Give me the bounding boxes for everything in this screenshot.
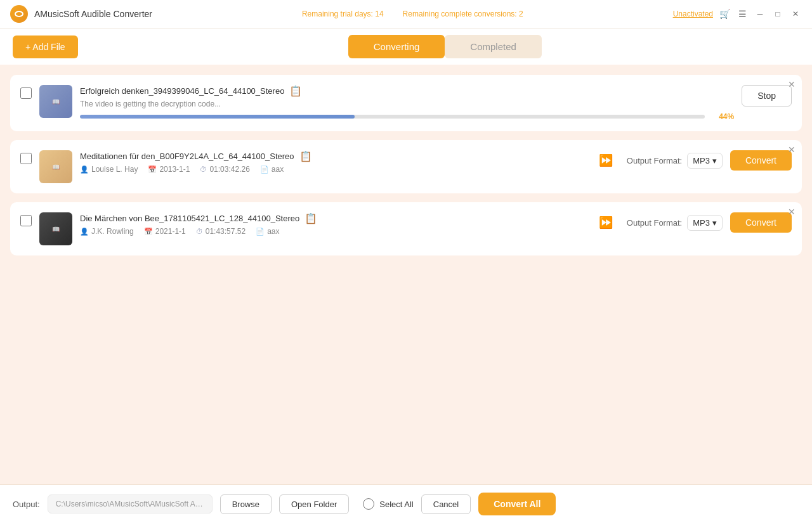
file-doc-icon-2: 📋 <box>299 150 312 162</box>
item-right-2: ⏩ Output Format: MP3 ▾ Convert <box>593 150 792 171</box>
date-icon-2: 📅 <box>148 165 157 174</box>
bottombar: Output: C:\Users\micso\AMusicSoft\AMusic… <box>0 484 812 523</box>
format-select-3[interactable]: MP3 ▾ <box>687 215 723 231</box>
file-doc-icon-1: 📋 <box>289 85 302 97</box>
author-icon-3: 👤 <box>80 228 89 236</box>
file-close-1[interactable]: ✕ <box>788 80 796 89</box>
stop-button-1[interactable]: Stop <box>742 85 792 107</box>
output-format-label-2: Output Format: <box>627 156 682 165</box>
file-format-in-2: 📄 aax <box>260 165 284 174</box>
file-item-1: ✕ 📖 Erfolgreich denken_3949399046_LC_64_… <box>10 75 802 131</box>
browse-button[interactable]: Browse <box>220 494 272 514</box>
cart-icon[interactable]: 🛒 <box>718 8 731 20</box>
file-title-3: Die Märchen von Bee_1781105421_LC_128_44… <box>80 214 299 223</box>
file-title-1: Erfolgreich denken_3949399046_LC_64_4410… <box>80 86 284 96</box>
file-title-row-1: Erfolgreich denken_3949399046_LC_64_4410… <box>80 85 734 97</box>
file-thumb-3: 📖 <box>39 212 72 245</box>
item-right-3: ⏩ Output Format: MP3 ▾ Convert <box>593 212 792 233</box>
thumb-label-1: 📖 <box>51 97 61 107</box>
select-all-radio[interactable] <box>363 498 374 510</box>
file-author-2: 👤 Louise L. Hay <box>80 165 138 174</box>
file-date-3: 📅 2021-1-1 <box>144 227 186 236</box>
convert-button-3[interactable]: Convert <box>730 212 792 233</box>
trial-days: Remaining trial days: 14 <box>302 10 384 18</box>
chevron-down-icon-2: ▾ <box>712 156 717 165</box>
minimize-button[interactable]: ─ <box>754 8 766 20</box>
file-meta-row-3: 👤 J.K. Rowling 📅 2021-1-1 ⏱ 01:43:57.52 … <box>80 227 585 236</box>
file-author-3: 👤 J.K. Rowling <box>80 227 134 236</box>
tab-completed[interactable]: Completed <box>445 35 542 58</box>
file-status-1: The video is getting the decryption code… <box>80 100 734 108</box>
author-icon-2: 👤 <box>80 165 89 174</box>
unactivated-link[interactable]: Unactivated <box>673 10 713 18</box>
add-file-button[interactable]: + Add File <box>13 36 78 58</box>
convert-all-button[interactable]: Convert All <box>478 493 556 515</box>
file-info-2: Meditationen für den_B00F9Y2L4A_LC_64_44… <box>80 150 585 174</box>
file-checkbox-2[interactable] <box>20 153 32 164</box>
file-item-2: ✕ 📖 Meditationen für den_B00F9Y2L4A_LC_6… <box>10 140 802 193</box>
trial-conversions: Remaining complete conversions: 2 <box>403 10 523 18</box>
arrow-icon-3: ⏩ <box>599 216 613 229</box>
close-button[interactable]: ✕ <box>789 8 802 20</box>
file-duration-3: ⏱ 01:43:57.52 <box>196 227 246 236</box>
file-info-1: Erfolgreich denken_3949399046_LC_64_4410… <box>80 85 734 121</box>
chevron-down-icon-3: ▾ <box>712 218 717 228</box>
output-label: Output: <box>13 500 40 509</box>
titlebar: AMusicSoft Audible Converter Remaining t… <box>0 0 812 29</box>
file-title-2: Meditationen für den_B00F9Y2L4A_LC_64_44… <box>80 152 294 161</box>
menu-icon[interactable]: ☰ <box>736 8 749 20</box>
file-row-top-2: 📖 Meditationen für den_B00F9Y2L4A_LC_64_… <box>20 150 792 183</box>
format-select-2[interactable]: MP3 ▾ <box>687 153 723 169</box>
thumb-label-2: 📖 <box>51 162 61 172</box>
output-format-section-2: Output Format: MP3 ▾ <box>627 153 723 169</box>
date-icon-3: 📅 <box>144 228 153 236</box>
file-checkbox-3[interactable] <box>20 215 32 226</box>
titlebar-actions: Unactivated 🛒 ☰ ─ □ ✕ <box>673 8 802 20</box>
progress-bar-bg-1 <box>80 115 705 119</box>
tabs-container: Converting Completed <box>91 35 799 58</box>
convert-button-2[interactable]: Convert <box>730 150 792 171</box>
file-close-2[interactable]: ✕ <box>788 145 796 154</box>
cancel-button[interactable]: Cancel <box>421 494 471 514</box>
toolbar: + Add File Converting Completed <box>0 29 812 65</box>
file-meta-row-2: 👤 Louise L. Hay 📅 2013-1-1 ⏱ 01:03:42.26… <box>80 165 585 174</box>
file-thumb-2: 📖 <box>39 150 72 183</box>
output-path: C:\Users\micso\AMusicSoft\AMusicSoft Au.… <box>48 494 213 513</box>
file-info-3: Die Märchen von Bee_1781105421_LC_128_44… <box>80 212 585 236</box>
file-title-row-2: Meditationen für den_B00F9Y2L4A_LC_64_44… <box>80 150 585 162</box>
file-item-3: ✕ 📖 Die Märchen von Bee_1781105421_LC_12… <box>10 202 802 255</box>
file-progress-row-1: 44% <box>80 112 734 121</box>
duration-icon-2: ⏱ <box>200 165 207 173</box>
format-icon-2: 📄 <box>260 165 269 174</box>
progress-pct-1: 44% <box>711 112 734 121</box>
duration-icon-3: ⏱ <box>196 228 203 235</box>
select-all-area: Select All <box>363 498 413 510</box>
file-format-in-3: 📄 aax <box>256 227 279 236</box>
file-date-2: 📅 2013-1-1 <box>148 165 190 174</box>
file-title-row-3: Die Märchen von Bee_1781105421_LC_128_44… <box>80 212 585 224</box>
thumb-label-3: 📖 <box>51 224 61 234</box>
arrow-icon-2: ⏩ <box>599 153 613 167</box>
file-close-3[interactable]: ✕ <box>788 207 796 216</box>
app-title: AMusicSoft Audible Converter <box>34 9 152 19</box>
open-folder-button[interactable]: Open Folder <box>279 494 349 514</box>
trial-info-area: Remaining trial days: 14 Remaining compl… <box>159 10 667 18</box>
output-format-section-3: Output Format: MP3 ▾ <box>627 215 723 231</box>
app-logo <box>10 5 28 23</box>
progress-bar-fill-1 <box>80 115 355 119</box>
logo-inner <box>15 11 23 17</box>
file-row-top-1: 📖 Erfolgreich denken_3949399046_LC_64_44… <box>20 85 792 121</box>
output-format-label-3: Output Format: <box>627 218 682 228</box>
format-icon-3: 📄 <box>256 228 265 236</box>
file-thumb-1: 📖 <box>39 85 72 118</box>
select-all-label[interactable]: Select All <box>379 500 413 509</box>
main-content: ✕ 📖 Erfolgreich denken_3949399046_LC_64_… <box>0 65 812 484</box>
file-row-top-3: 📖 Die Märchen von Bee_1781105421_LC_128_… <box>20 212 792 245</box>
file-duration-2: ⏱ 01:03:42.26 <box>200 165 249 174</box>
file-checkbox-1[interactable] <box>20 87 32 99</box>
maximize-button[interactable]: □ <box>771 8 784 20</box>
file-doc-icon-3: 📋 <box>304 212 317 224</box>
tab-converting[interactable]: Converting <box>348 35 445 58</box>
